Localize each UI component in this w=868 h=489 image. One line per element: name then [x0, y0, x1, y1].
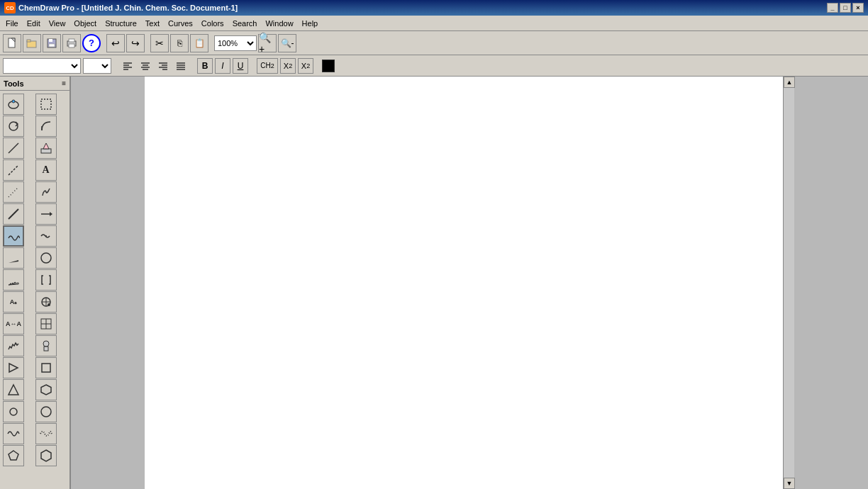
separator-3	[210, 34, 213, 52]
tools-panel-menu-button[interactable]: ≡	[62, 79, 66, 87]
svg-rect-7	[49, 44, 55, 47]
minimize-button[interactable]: _	[827, 3, 838, 13]
close-button[interactable]: ×	[852, 3, 864, 13]
svg-marker-34	[43, 143, 49, 149]
font-selector[interactable]	[3, 58, 81, 74]
circle-sm-tool[interactable]	[3, 401, 24, 422]
hash-bond-tool[interactable]	[3, 203, 24, 225]
canvas-area[interactable]: ▲ ▼	[71, 77, 868, 489]
superscript-button[interactable]: X2	[298, 58, 313, 74]
svg-marker-65	[9, 451, 18, 460]
zoom-selector[interactable]: 50% 75% 100% 150% 200%	[214, 35, 257, 51]
bracket-tool[interactable]	[35, 269, 57, 291]
play-tool[interactable]	[3, 357, 24, 378]
text-tool[interactable]: A	[35, 159, 57, 181]
rotate-tool[interactable]	[3, 116, 24, 137]
vertical-scrollbar[interactable]: ▲ ▼	[783, 77, 794, 489]
window-controls[interactable]: _ □ ×	[827, 3, 864, 13]
menu-object[interactable]: Object	[69, 16, 101, 30]
menu-text[interactable]: Text	[141, 16, 164, 30]
print-button[interactable]	[62, 34, 81, 52]
dashed-bond-tool[interactable]	[3, 159, 24, 181]
bold-button[interactable]: B	[197, 58, 213, 74]
svg-line-36	[9, 187, 18, 197]
font-size-selector[interactable]	[83, 58, 111, 74]
undo-button[interactable]: ↩	[106, 34, 125, 52]
wave2-tool[interactable]	[35, 423, 57, 444]
svg-rect-4	[27, 40, 30, 42]
ring-tool[interactable]	[35, 247, 57, 269]
freehand-tool[interactable]	[35, 181, 57, 203]
scroll-track[interactable]	[784, 88, 794, 478]
rect-shape-tool[interactable]	[35, 357, 57, 378]
subscript-button[interactable]: X2	[280, 58, 296, 74]
new-button[interactable]	[3, 34, 21, 52]
formula-button[interactable]: CH2	[257, 58, 278, 74]
tools-header: Tools ≡	[0, 77, 69, 91]
help-button[interactable]: ?	[82, 34, 101, 52]
svg-line-48	[12, 283, 13, 284]
underline-button[interactable]: U	[233, 58, 248, 74]
menu-structure[interactable]: Structure	[101, 16, 141, 30]
dotted-bond-tool[interactable]	[3, 181, 24, 203]
color-picker-button[interactable]	[322, 60, 335, 72]
chain-tool[interactable]	[35, 225, 57, 247]
canvas-paper[interactable]	[145, 77, 783, 489]
zoom-in-button[interactable]: 🔍+	[258, 34, 277, 52]
wave-bond-tool[interactable]	[3, 225, 24, 247]
lens-tool[interactable]	[35, 291, 57, 313]
pen-tool[interactable]	[35, 137, 57, 159]
wedge-bond-tool[interactable]	[3, 247, 24, 269]
svg-rect-6	[49, 39, 52, 42]
table-tool[interactable]	[35, 313, 57, 335]
svg-marker-59	[9, 364, 18, 372]
italic-button[interactable]: I	[215, 58, 230, 74]
atom-label-tool[interactable]: Aₐ	[3, 291, 24, 313]
triangle-tool[interactable]	[3, 379, 24, 400]
align-left-button[interactable]	[120, 58, 135, 74]
circle-lg-tool[interactable]	[35, 401, 57, 422]
scroll-down-button[interactable]: ▼	[784, 478, 795, 489]
lasso-select-tool[interactable]	[3, 94, 24, 115]
save-button[interactable]	[43, 34, 61, 52]
menu-view[interactable]: View	[45, 16, 70, 30]
arrow-tool[interactable]	[35, 203, 57, 225]
main-content: Tools ≡	[0, 77, 868, 489]
wave1-tool[interactable]	[3, 423, 24, 444]
menu-colors[interactable]: Colors	[197, 16, 228, 30]
format-toolbar: B I U CH2 X2 X2	[0, 55, 868, 77]
cut-button[interactable]: ✂	[150, 34, 169, 52]
svg-point-63	[10, 408, 17, 415]
maximize-button[interactable]: □	[840, 3, 851, 13]
paste-button[interactable]: 📋	[190, 34, 208, 52]
scroll-up-button[interactable]: ▲	[784, 77, 795, 88]
separator-2	[146, 34, 149, 52]
open-button[interactable]	[23, 34, 41, 52]
menu-search[interactable]: Search	[228, 16, 262, 30]
line-tool[interactable]	[3, 137, 24, 159]
app-icon: CD	[4, 2, 16, 13]
pentagon-tool[interactable]	[3, 445, 24, 466]
text-resize-tool[interactable]: A↔A	[3, 313, 24, 335]
menu-edit[interactable]: Edit	[23, 16, 45, 30]
align-center-button[interactable]	[138, 58, 153, 74]
align-right-button[interactable]	[155, 58, 171, 74]
zoom-out-button[interactable]: 🔍-	[278, 34, 296, 52]
curve-select-tool[interactable]	[35, 116, 57, 137]
svg-line-35	[9, 165, 18, 175]
redo-button[interactable]: ↪	[126, 34, 145, 52]
svg-point-45	[41, 253, 51, 263]
spectrum-tool[interactable]	[3, 335, 24, 356]
copy-button[interactable]: ⎘	[170, 34, 189, 52]
structure-tool[interactable]	[35, 335, 57, 356]
menu-file[interactable]: File	[1, 16, 23, 30]
menu-help[interactable]: Help	[298, 16, 323, 30]
menu-curves[interactable]: Curves	[164, 16, 197, 30]
hexagon-point-tool[interactable]	[35, 445, 57, 466]
hexagon-flat-tool[interactable]	[35, 379, 57, 400]
wedge-hash-tool[interactable]	[3, 269, 24, 291]
marquee-select-tool[interactable]	[35, 94, 57, 115]
menu-window[interactable]: Window	[261, 16, 297, 30]
align-justify-button[interactable]	[173, 58, 189, 74]
tools-panel-title: Tools	[4, 79, 24, 88]
